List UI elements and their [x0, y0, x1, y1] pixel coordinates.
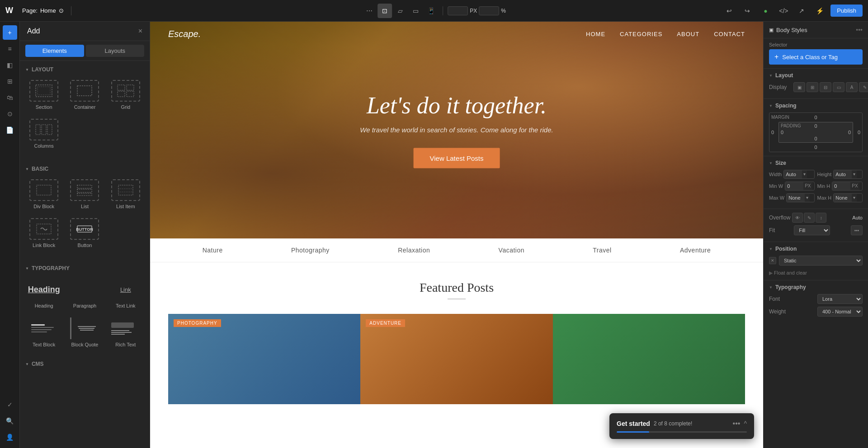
fit-select[interactable]: Fill Fit Auto: [794, 225, 830, 235]
element-button[interactable]: BUTTON Button: [66, 215, 103, 251]
element-richtext[interactable]: Rich Text: [107, 315, 144, 350]
category-nature[interactable]: Nature: [203, 247, 223, 254]
category-travel[interactable]: Travel: [593, 247, 611, 254]
toast-actions: ••• ^: [733, 420, 747, 428]
status-btn[interactable]: ●: [758, 4, 773, 18]
desktop-view-btn[interactable]: ⊡: [377, 4, 392, 18]
overflow-visible-btn[interactable]: 👁: [792, 213, 803, 223]
element-textblock[interactable]: Text Block: [25, 315, 62, 350]
hero-cta-btn[interactable]: View Latest Posts: [414, 148, 500, 168]
minh-label: Min H: [817, 183, 830, 189]
margin-top-value[interactable]: 0: [814, 115, 817, 120]
landscape-view-btn[interactable]: ▭: [408, 4, 423, 18]
nav-categories[interactable]: CATEGORIES: [620, 31, 662, 37]
add-panel-close-btn[interactable]: ×: [138, 27, 142, 35]
tab-layouts[interactable]: Layouts: [86, 45, 145, 57]
code-btn[interactable]: </>: [776, 4, 791, 18]
more-options-btn[interactable]: ⋯: [362, 4, 377, 18]
maxw-unit[interactable]: ▾: [805, 194, 810, 202]
fit-more-btn[interactable]: •••: [851, 225, 863, 235]
maxw-input[interactable]: [787, 194, 805, 202]
element-divblock[interactable]: Div Block: [25, 177, 62, 212]
margin-right-value[interactable]: 0: [858, 130, 860, 135]
element-grid[interactable]: Grid: [107, 77, 144, 112]
font-select[interactable]: Lora: [817, 294, 863, 304]
canvas-width-input[interactable]: 1088: [448, 6, 468, 15]
nav-about[interactable]: ABOUT: [677, 31, 699, 37]
publish-btn[interactable]: Publish: [830, 5, 863, 17]
sidebar-ecommerce-icon[interactable]: 🛍: [3, 90, 17, 105]
element-paragraph[interactable]: Paragraph: [66, 276, 103, 311]
margin-left-value[interactable]: 0: [771, 130, 774, 135]
minh-unit[interactable]: PX: [850, 182, 859, 190]
element-blockquote[interactable]: Block Quote: [66, 315, 103, 350]
element-container[interactable]: Container: [66, 77, 103, 112]
overflow-scroll-btn[interactable]: ↕: [816, 213, 826, 223]
sidebar-page-icon[interactable]: 📄: [3, 123, 17, 137]
position-select[interactable]: Static Relative Absolute Fixed Sticky: [779, 256, 863, 266]
element-section[interactable]: Section: [25, 77, 62, 112]
height-input[interactable]: [834, 170, 852, 178]
sidebar-assets-icon[interactable]: ⊞: [3, 74, 17, 89]
export-btn[interactable]: ↗: [794, 4, 809, 18]
category-adventure[interactable]: Adventure: [680, 247, 711, 254]
display-none-btn[interactable]: ✎: [859, 82, 868, 92]
display-grid-btn[interactable]: ⊟: [820, 82, 831, 92]
maxw-field: Max W ▾: [769, 193, 815, 202]
element-columns[interactable]: Columns: [25, 116, 62, 151]
toast-collapse-btn[interactable]: ^: [744, 420, 747, 427]
redo-btn[interactable]: ↪: [740, 4, 755, 18]
width-unit[interactable]: ▾: [802, 170, 807, 178]
nav-home[interactable]: HOME: [586, 31, 605, 37]
sidebar-add-icon[interactable]: +: [3, 25, 17, 40]
sidebar-users-icon[interactable]: 👤: [3, 430, 17, 444]
toast-more-btn[interactable]: •••: [733, 420, 741, 428]
minh-input[interactable]: [832, 182, 850, 190]
maxh-input[interactable]: [834, 194, 852, 202]
sidebar-search-icon[interactable]: 🔍: [3, 414, 17, 428]
minw-input[interactable]: [785, 182, 803, 190]
padding-left-value[interactable]: 0: [781, 130, 783, 135]
width-input[interactable]: [784, 170, 802, 178]
category-relaxation[interactable]: Relaxation: [398, 247, 430, 254]
overflow-hidden-btn[interactable]: ✎: [804, 213, 815, 223]
weight-row: Weight 400 - Normal 700 - Bold: [769, 307, 863, 317]
tablet-view-btn[interactable]: ▱: [393, 4, 407, 18]
undo-btn[interactable]: ↩: [722, 4, 736, 18]
selector-btn[interactable]: Select a Class or Tag: [769, 49, 863, 65]
tab-elements[interactable]: Elements: [25, 45, 84, 57]
sidebar-layers-icon[interactable]: ◧: [3, 58, 17, 72]
element-linkblock[interactable]: Link Block: [25, 215, 62, 251]
minw-unit[interactable]: PX: [803, 182, 812, 190]
sidebar-check-icon[interactable]: ✓: [3, 397, 17, 412]
display-text-btn[interactable]: A: [846, 82, 858, 92]
sidebar-cms-icon[interactable]: ⊙: [3, 107, 17, 121]
display-inline-btn[interactable]: ▭: [833, 82, 844, 92]
padding-right-value[interactable]: 0: [848, 130, 851, 135]
cms-btn[interactable]: ⚡: [812, 4, 827, 18]
element-heading[interactable]: Heading Heading: [25, 276, 62, 311]
mobile-view-btn[interactable]: 📱: [424, 4, 438, 18]
nav-contact[interactable]: CONTACT: [714, 31, 745, 37]
sidebar-nav-icon[interactable]: ≡: [3, 42, 17, 56]
category-photography[interactable]: Photography: [291, 247, 330, 254]
padding-top-value[interactable]: 0: [814, 123, 817, 129]
position-x-btn[interactable]: ✕: [769, 257, 776, 264]
textlink-label: Text Link: [116, 303, 135, 308]
margin-bottom-value[interactable]: 0: [814, 145, 817, 150]
maxh-unit[interactable]: ▾: [852, 194, 857, 202]
richtext-label: Rich Text: [115, 342, 136, 347]
weight-select[interactable]: 400 - Normal 700 - Bold: [817, 307, 863, 317]
layout-section-title: Layout: [25, 66, 144, 73]
right-panel-more-btn[interactable]: •••: [856, 26, 863, 33]
element-textlink[interactable]: Link Text Link: [107, 276, 144, 311]
padding-bottom-value[interactable]: 0: [814, 136, 817, 141]
display-flex-btn[interactable]: ⊞: [807, 82, 818, 92]
element-list[interactable]: List: [66, 177, 103, 212]
element-listitem[interactable]: List Item: [107, 177, 144, 212]
category-vacation[interactable]: Vacation: [499, 247, 524, 254]
height-unit[interactable]: ▾: [852, 170, 857, 178]
display-block-btn[interactable]: ▣: [793, 82, 805, 92]
canvas-zoom-input[interactable]: 100: [479, 6, 499, 15]
float-expand-btn[interactable]: ▶: [769, 270, 774, 275]
